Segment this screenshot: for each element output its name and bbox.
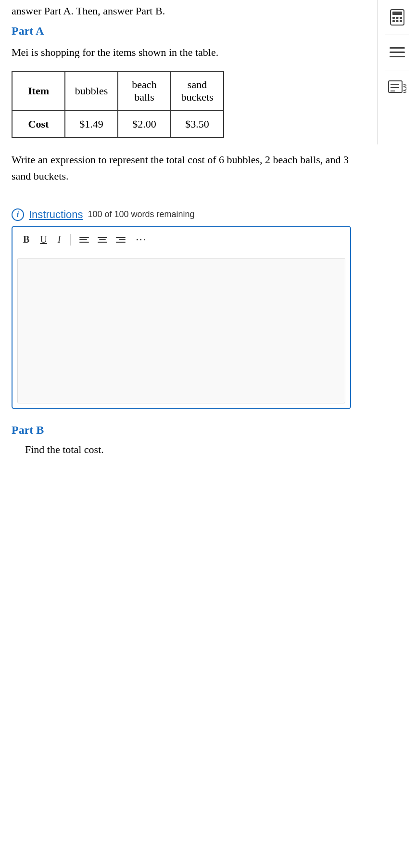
align-center-button[interactable] xyxy=(95,235,110,245)
write-expression-text: Write an expression to represent the tot… xyxy=(12,152,351,184)
table-cost-beach-balls: $2.00 xyxy=(118,111,171,138)
editor-body xyxy=(17,258,345,403)
align-center-icon xyxy=(98,237,107,243)
part-a-description: Mei is shopping for the items shown in t… xyxy=(12,44,351,60)
more-options-icon: ⋮ xyxy=(135,234,147,245)
speaker-icon xyxy=(388,79,406,96)
items-table: Item bubbles beachballs sandbuckets Cost… xyxy=(12,71,224,138)
part-a-label: Part A xyxy=(12,25,351,38)
underline-button[interactable]: U xyxy=(36,232,50,247)
align-left-button[interactable] xyxy=(76,235,92,245)
svg-rect-1 xyxy=(392,12,402,15)
part-b-section: Part B Find the total cost. xyxy=(12,424,351,456)
list-icon xyxy=(389,45,406,60)
svg-rect-8 xyxy=(390,47,405,49)
table-cost-bubbles: $1.49 xyxy=(65,111,118,138)
list-button[interactable] xyxy=(384,40,411,65)
table-header-item: Item xyxy=(12,71,65,111)
part-b-label: Part B xyxy=(12,424,351,437)
info-icon: i xyxy=(12,208,24,221)
table-header-row: Item bubbles beachballs sandbuckets xyxy=(12,71,224,111)
editor-textarea[interactable] xyxy=(24,264,339,394)
sidebar xyxy=(378,0,416,144)
intro-text: answer Part A. Then, answer Part B. xyxy=(12,0,351,19)
instructions-bar: i Instructions 100 of 100 words remainin… xyxy=(12,208,351,221)
align-right-icon xyxy=(116,237,126,243)
svg-rect-7 xyxy=(400,20,402,22)
svg-rect-4 xyxy=(400,17,402,19)
table-header-sand-buckets: sandbuckets xyxy=(171,71,224,111)
svg-rect-9 xyxy=(390,52,405,53)
editor-toolbar: B U I xyxy=(13,227,350,253)
svg-rect-2 xyxy=(392,17,395,19)
calculator-icon xyxy=(389,9,406,26)
table-cost-sand-buckets: $3.50 xyxy=(171,111,224,138)
align-left-icon xyxy=(79,237,89,243)
main-content: answer Part A. Then, answer Part B. Part… xyxy=(0,0,351,456)
speaker-button[interactable] xyxy=(384,75,411,100)
calculator-button[interactable] xyxy=(384,5,411,30)
svg-rect-10 xyxy=(390,56,405,57)
table-cost-row: Cost $1.49 $2.00 $3.50 xyxy=(12,111,224,138)
bold-button[interactable]: B xyxy=(19,232,33,247)
editor-container: B U I xyxy=(12,226,351,409)
svg-rect-3 xyxy=(396,17,398,19)
sidebar-divider-2 xyxy=(385,70,409,70)
table-header-beach-balls: beachballs xyxy=(118,71,171,111)
words-remaining: 100 of 100 words remaining xyxy=(88,209,195,220)
toolbar-divider xyxy=(70,234,71,246)
svg-rect-6 xyxy=(396,20,398,22)
table-header-bubbles: bubbles xyxy=(65,71,118,111)
italic-button[interactable]: I xyxy=(54,232,65,247)
svg-rect-5 xyxy=(392,20,395,22)
find-total-text: Find the total cost. xyxy=(12,443,351,456)
table-cost-label: Cost xyxy=(12,111,65,138)
more-options-button[interactable]: ⋮ xyxy=(131,232,150,248)
sidebar-divider-1 xyxy=(385,35,409,35)
instructions-label[interactable]: Instructions xyxy=(29,208,83,221)
align-right-button[interactable] xyxy=(113,235,128,245)
